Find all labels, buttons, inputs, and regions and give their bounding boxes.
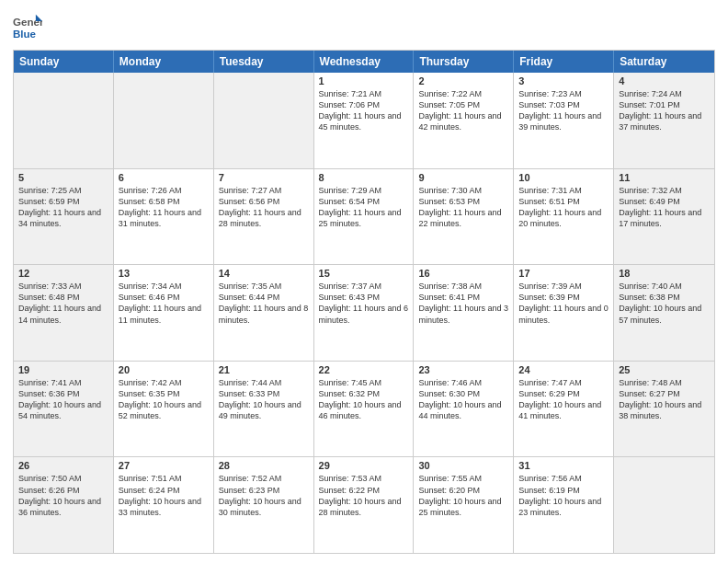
day-cell-4: 4Sunrise: 7:24 AM Sunset: 7:01 PM Daylig… (614, 73, 714, 168)
day-info: Sunrise: 7:39 AM Sunset: 6:39 PM Dayligh… (518, 281, 609, 326)
day-number: 26 (18, 460, 108, 471)
day-number: 1 (319, 75, 409, 86)
header-day-tuesday: Tuesday (214, 51, 314, 73)
day-info: Sunrise: 7:53 AM Sunset: 6:22 PM Dayligh… (319, 473, 409, 518)
day-cell-11: 11Sunrise: 7:32 AM Sunset: 6:49 PM Dayli… (614, 169, 714, 265)
day-info: Sunrise: 7:47 AM Sunset: 6:29 PM Dayligh… (518, 377, 609, 422)
day-info: Sunrise: 7:23 AM Sunset: 7:03 PM Dayligh… (518, 88, 609, 133)
day-number: 6 (119, 172, 209, 183)
day-cell-17: 17Sunrise: 7:39 AM Sunset: 6:39 PM Dayli… (514, 265, 614, 361)
day-info: Sunrise: 7:51 AM Sunset: 6:24 PM Dayligh… (119, 473, 209, 518)
day-number: 31 (518, 460, 609, 471)
day-info: Sunrise: 7:56 AM Sunset: 6:19 PM Dayligh… (518, 473, 609, 518)
day-cell-26: 26Sunrise: 7:50 AM Sunset: 6:26 PM Dayli… (14, 457, 114, 553)
day-number: 5 (18, 172, 108, 183)
day-info: Sunrise: 7:22 AM Sunset: 7:05 PM Dayligh… (418, 88, 508, 133)
day-info: Sunrise: 7:50 AM Sunset: 6:26 PM Dayligh… (18, 473, 108, 518)
day-cell-12: 12Sunrise: 7:33 AM Sunset: 6:48 PM Dayli… (14, 265, 114, 361)
header-day-sunday: Sunday (14, 51, 114, 73)
day-number: 16 (418, 268, 508, 279)
header-day-saturday: Saturday (614, 51, 714, 73)
day-number: 17 (518, 268, 609, 279)
day-number: 10 (518, 172, 609, 183)
day-number: 9 (418, 172, 508, 183)
day-number: 20 (119, 364, 209, 375)
day-cell-20: 20Sunrise: 7:42 AM Sunset: 6:35 PM Dayli… (114, 362, 214, 457)
day-info: Sunrise: 7:37 AM Sunset: 6:43 PM Dayligh… (319, 281, 409, 326)
day-number: 13 (119, 268, 209, 279)
day-info: Sunrise: 7:26 AM Sunset: 6:58 PM Dayligh… (119, 185, 209, 230)
day-number: 3 (518, 75, 609, 86)
day-cell-25: 25Sunrise: 7:48 AM Sunset: 6:27 PM Dayli… (614, 362, 714, 457)
calendar-body: 1Sunrise: 7:21 AM Sunset: 7:06 PM Daylig… (14, 73, 714, 553)
day-number: 24 (518, 364, 609, 375)
calendar-row-3: 19Sunrise: 7:41 AM Sunset: 6:36 PM Dayli… (14, 362, 714, 458)
day-number: 23 (418, 364, 508, 375)
calendar: SundayMondayTuesdayWednesdayThursdayFrid… (13, 50, 715, 554)
day-info: Sunrise: 7:38 AM Sunset: 6:41 PM Dayligh… (418, 281, 508, 326)
day-number: 2 (418, 75, 508, 86)
day-cell-31: 31Sunrise: 7:56 AM Sunset: 6:19 PM Dayli… (514, 457, 614, 553)
empty-cell-0-2 (214, 73, 314, 168)
day-number: 14 (219, 268, 309, 279)
day-number: 11 (619, 172, 710, 183)
day-number: 12 (18, 268, 108, 279)
day-cell-7: 7Sunrise: 7:27 AM Sunset: 6:56 PM Daylig… (214, 169, 314, 265)
day-cell-5: 5Sunrise: 7:25 AM Sunset: 6:59 PM Daylig… (14, 169, 114, 265)
day-cell-18: 18Sunrise: 7:40 AM Sunset: 6:38 PM Dayli… (614, 265, 714, 361)
day-number: 15 (319, 268, 409, 279)
day-number: 19 (18, 364, 108, 375)
day-cell-3: 3Sunrise: 7:23 AM Sunset: 7:03 PM Daylig… (514, 73, 614, 168)
day-cell-23: 23Sunrise: 7:46 AM Sunset: 6:30 PM Dayli… (414, 362, 514, 457)
empty-cell-0-0 (14, 73, 114, 168)
day-number: 27 (119, 460, 209, 471)
day-number: 4 (619, 75, 710, 86)
day-cell-27: 27Sunrise: 7:51 AM Sunset: 6:24 PM Dayli… (114, 457, 214, 553)
header-day-monday: Monday (114, 51, 214, 73)
header-day-wednesday: Wednesday (314, 51, 415, 73)
day-cell-28: 28Sunrise: 7:52 AM Sunset: 6:23 PM Dayli… (214, 457, 314, 553)
day-cell-15: 15Sunrise: 7:37 AM Sunset: 6:43 PM Dayli… (314, 265, 415, 361)
day-cell-21: 21Sunrise: 7:44 AM Sunset: 6:33 PM Dayli… (214, 362, 314, 457)
header: General Blue (13, 9, 715, 42)
day-info: Sunrise: 7:46 AM Sunset: 6:30 PM Dayligh… (418, 377, 508, 422)
day-cell-30: 30Sunrise: 7:55 AM Sunset: 6:20 PM Dayli… (414, 457, 514, 553)
day-number: 28 (219, 460, 309, 471)
day-cell-10: 10Sunrise: 7:31 AM Sunset: 6:51 PM Dayli… (514, 169, 614, 265)
day-info: Sunrise: 7:32 AM Sunset: 6:49 PM Dayligh… (619, 185, 710, 230)
day-number: 25 (619, 364, 710, 375)
day-info: Sunrise: 7:42 AM Sunset: 6:35 PM Dayligh… (119, 377, 209, 422)
empty-cell-4-6 (614, 457, 714, 553)
day-info: Sunrise: 7:27 AM Sunset: 6:56 PM Dayligh… (219, 185, 309, 230)
header-day-thursday: Thursday (414, 51, 514, 73)
day-info: Sunrise: 7:45 AM Sunset: 6:32 PM Dayligh… (319, 377, 409, 422)
day-info: Sunrise: 7:55 AM Sunset: 6:20 PM Dayligh… (418, 473, 508, 518)
day-cell-14: 14Sunrise: 7:35 AM Sunset: 6:44 PM Dayli… (214, 265, 314, 361)
day-cell-16: 16Sunrise: 7:38 AM Sunset: 6:41 PM Dayli… (414, 265, 514, 361)
page-container: General Blue SundayMondayTuesdayWednesda… (0, 0, 728, 563)
calendar-row-0: 1Sunrise: 7:21 AM Sunset: 7:06 PM Daylig… (14, 73, 714, 169)
logo-icon: General Blue (13, 13, 42, 42)
day-info: Sunrise: 7:31 AM Sunset: 6:51 PM Dayligh… (518, 185, 609, 230)
calendar-row-2: 12Sunrise: 7:33 AM Sunset: 6:48 PM Dayli… (14, 265, 714, 362)
day-number: 30 (418, 460, 508, 471)
day-cell-1: 1Sunrise: 7:21 AM Sunset: 7:06 PM Daylig… (314, 73, 415, 168)
day-cell-9: 9Sunrise: 7:30 AM Sunset: 6:53 PM Daylig… (414, 169, 514, 265)
day-cell-24: 24Sunrise: 7:47 AM Sunset: 6:29 PM Dayli… (514, 362, 614, 457)
svg-text:Blue: Blue (13, 29, 37, 40)
day-info: Sunrise: 7:40 AM Sunset: 6:38 PM Dayligh… (619, 281, 710, 326)
day-number: 29 (319, 460, 409, 471)
empty-cell-0-1 (114, 73, 214, 168)
day-number: 8 (319, 172, 409, 183)
day-info: Sunrise: 7:24 AM Sunset: 7:01 PM Dayligh… (619, 88, 710, 133)
calendar-header: SundayMondayTuesdayWednesdayThursdayFrid… (14, 51, 714, 73)
day-number: 22 (319, 364, 409, 375)
header-day-friday: Friday (514, 51, 614, 73)
day-info: Sunrise: 7:41 AM Sunset: 6:36 PM Dayligh… (18, 377, 108, 422)
day-info: Sunrise: 7:21 AM Sunset: 7:06 PM Dayligh… (319, 88, 409, 133)
day-cell-2: 2Sunrise: 7:22 AM Sunset: 7:05 PM Daylig… (414, 73, 514, 168)
day-info: Sunrise: 7:33 AM Sunset: 6:48 PM Dayligh… (18, 281, 108, 326)
day-info: Sunrise: 7:35 AM Sunset: 6:44 PM Dayligh… (219, 281, 309, 326)
day-number: 18 (619, 268, 710, 279)
day-info: Sunrise: 7:48 AM Sunset: 6:27 PM Dayligh… (619, 377, 710, 422)
